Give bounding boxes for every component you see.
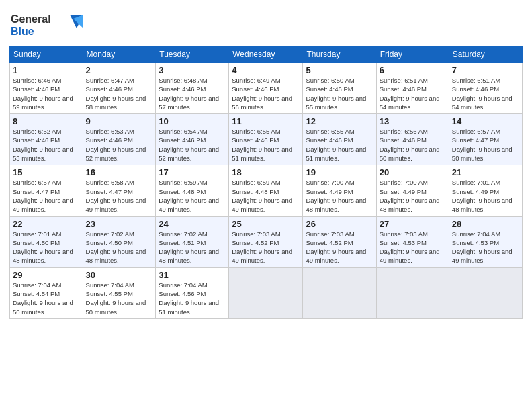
day-detail: Sunrise: 7:04 AMSunset: 4:56 PMDaylight:…	[159, 281, 226, 316]
day-detail: Sunrise: 6:57 AMSunset: 4:47 PMDaylight:…	[452, 127, 519, 163]
calendar-container: General Blue SundayMondayTuesdayWednesda…	[0, 0, 532, 326]
weekday-header-friday: Friday	[376, 46, 449, 63]
day-detail: Sunrise: 6:56 AMSunset: 4:46 PMDaylight:…	[380, 127, 446, 163]
day-number: 20	[380, 167, 446, 177]
day-detail: Sunrise: 7:03 AMSunset: 4:53 PMDaylight:…	[380, 230, 446, 265]
day-number: 6	[380, 65, 446, 75]
day-number: 18	[232, 167, 300, 177]
day-detail: Sunrise: 6:58 AMSunset: 4:47 PMDaylight:…	[86, 178, 153, 214]
weekday-header-tuesday: Tuesday	[156, 46, 229, 63]
calendar-cell	[229, 267, 303, 318]
day-number: 13	[380, 116, 446, 126]
day-detail: Sunrise: 7:03 AMSunset: 4:52 PMDaylight:…	[306, 230, 373, 265]
day-number: 16	[86, 167, 153, 177]
calendar-cell: 17Sunrise: 6:59 AMSunset: 4:48 PMDayligh…	[156, 165, 229, 216]
day-number: 8	[13, 116, 80, 126]
day-detail: Sunrise: 7:02 AMSunset: 4:51 PMDaylight:…	[159, 230, 226, 265]
day-detail: Sunrise: 6:48 AMSunset: 4:46 PMDaylight:…	[159, 76, 226, 111]
calendar-cell: 1Sunrise: 6:46 AMSunset: 4:46 PMDaylight…	[10, 63, 83, 114]
header: General Blue	[9, 7, 523, 40]
day-number: 5	[306, 65, 373, 75]
day-detail: Sunrise: 6:52 AMSunset: 4:46 PMDaylight:…	[13, 127, 80, 163]
day-number: 17	[159, 167, 226, 177]
calendar-cell: 27Sunrise: 7:03 AMSunset: 4:53 PMDayligh…	[376, 216, 449, 267]
calendar-table: SundayMondayTuesdayWednesdayThursdayFrid…	[9, 46, 523, 319]
calendar-cell: 10Sunrise: 6:54 AMSunset: 4:46 PMDayligh…	[156, 114, 229, 165]
day-detail: Sunrise: 6:51 AMSunset: 4:46 PMDaylight:…	[452, 76, 519, 111]
day-detail: Sunrise: 7:01 AMSunset: 4:50 PMDaylight:…	[13, 230, 80, 265]
calendar-cell: 20Sunrise: 7:00 AMSunset: 4:49 PMDayligh…	[376, 165, 449, 216]
logo: General Blue	[9, 9, 83, 40]
day-detail: Sunrise: 7:01 AMSunset: 4:49 PMDaylight:…	[452, 178, 519, 214]
calendar-cell: 16Sunrise: 6:58 AMSunset: 4:47 PMDayligh…	[83, 165, 156, 216]
calendar-cell: 6Sunrise: 6:51 AMSunset: 4:46 PMDaylight…	[376, 63, 449, 114]
day-detail: Sunrise: 6:57 AMSunset: 4:47 PMDaylight:…	[13, 178, 80, 214]
logo-text: General Blue	[9, 9, 83, 40]
calendar-cell	[303, 267, 376, 318]
day-detail: Sunrise: 6:55 AMSunset: 4:46 PMDaylight:…	[306, 127, 373, 163]
calendar-cell: 9Sunrise: 6:53 AMSunset: 4:46 PMDaylight…	[83, 114, 156, 165]
calendar-cell: 18Sunrise: 6:59 AMSunset: 4:48 PMDayligh…	[229, 165, 303, 216]
calendar-cell: 24Sunrise: 7:02 AMSunset: 4:51 PMDayligh…	[156, 216, 229, 267]
day-number: 24	[159, 219, 226, 229]
day-detail: Sunrise: 6:59 AMSunset: 4:48 PMDaylight:…	[159, 178, 226, 214]
calendar-cell: 8Sunrise: 6:52 AMSunset: 4:46 PMDaylight…	[10, 114, 83, 165]
day-detail: Sunrise: 6:49 AMSunset: 4:46 PMDaylight:…	[232, 76, 300, 111]
day-number: 3	[159, 65, 226, 75]
day-number: 1	[13, 65, 80, 75]
day-number: 27	[380, 219, 446, 229]
weekday-header-saturday: Saturday	[449, 46, 522, 63]
calendar-cell: 30Sunrise: 7:04 AMSunset: 4:55 PMDayligh…	[83, 267, 156, 318]
day-detail: Sunrise: 7:04 AMSunset: 4:53 PMDaylight:…	[452, 230, 519, 265]
day-detail: Sunrise: 6:50 AMSunset: 4:46 PMDaylight:…	[306, 76, 373, 111]
calendar-cell: 26Sunrise: 7:03 AMSunset: 4:52 PMDayligh…	[303, 216, 376, 267]
day-number: 21	[452, 167, 519, 177]
calendar-cell: 31Sunrise: 7:04 AMSunset: 4:56 PMDayligh…	[156, 267, 229, 318]
calendar-cell: 29Sunrise: 7:04 AMSunset: 4:54 PMDayligh…	[10, 267, 83, 318]
day-number: 14	[452, 116, 519, 126]
day-detail: Sunrise: 7:04 AMSunset: 4:54 PMDaylight:…	[13, 281, 80, 316]
calendar-cell: 14Sunrise: 6:57 AMSunset: 4:47 PMDayligh…	[449, 114, 522, 165]
day-number: 25	[232, 219, 300, 229]
day-number: 7	[452, 65, 519, 75]
day-detail: Sunrise: 6:47 AMSunset: 4:46 PMDaylight:…	[86, 76, 153, 111]
calendar-cell	[449, 267, 522, 318]
day-detail: Sunrise: 7:00 AMSunset: 4:49 PMDaylight:…	[380, 178, 446, 214]
day-number: 23	[86, 219, 153, 229]
svg-text:Blue: Blue	[11, 26, 34, 37]
day-detail: Sunrise: 6:51 AMSunset: 4:46 PMDaylight:…	[380, 76, 446, 111]
calendar-cell: 22Sunrise: 7:01 AMSunset: 4:50 PMDayligh…	[10, 216, 83, 267]
day-number: 29	[13, 270, 80, 280]
day-number: 30	[86, 270, 153, 280]
calendar-cell: 13Sunrise: 6:56 AMSunset: 4:46 PMDayligh…	[376, 114, 449, 165]
calendar-cell: 15Sunrise: 6:57 AMSunset: 4:47 PMDayligh…	[10, 165, 83, 216]
day-number: 2	[86, 65, 153, 75]
calendar-cell: 5Sunrise: 6:50 AMSunset: 4:46 PMDaylight…	[303, 63, 376, 114]
weekday-header-sunday: Sunday	[10, 46, 83, 63]
day-number: 28	[452, 219, 519, 229]
weekday-header-wednesday: Wednesday	[229, 46, 303, 63]
day-number: 19	[306, 167, 373, 177]
calendar-cell: 19Sunrise: 7:00 AMSunset: 4:49 PMDayligh…	[303, 165, 376, 216]
day-number: 11	[232, 116, 300, 126]
day-detail: Sunrise: 6:55 AMSunset: 4:46 PMDaylight:…	[232, 127, 300, 163]
day-detail: Sunrise: 7:00 AMSunset: 4:49 PMDaylight:…	[306, 178, 373, 214]
calendar-cell: 2Sunrise: 6:47 AMSunset: 4:46 PMDaylight…	[83, 63, 156, 114]
calendar-cell: 4Sunrise: 6:49 AMSunset: 4:46 PMDaylight…	[229, 63, 303, 114]
day-detail: Sunrise: 7:04 AMSunset: 4:55 PMDaylight:…	[86, 281, 153, 316]
calendar-cell: 28Sunrise: 7:04 AMSunset: 4:53 PMDayligh…	[449, 216, 522, 267]
calendar-cell: 23Sunrise: 7:02 AMSunset: 4:50 PMDayligh…	[83, 216, 156, 267]
calendar-cell: 11Sunrise: 6:55 AMSunset: 4:46 PMDayligh…	[229, 114, 303, 165]
day-number: 22	[13, 219, 80, 229]
day-number: 12	[306, 116, 373, 126]
day-number: 26	[306, 219, 373, 229]
weekday-header-thursday: Thursday	[303, 46, 376, 63]
day-detail: Sunrise: 6:59 AMSunset: 4:48 PMDaylight:…	[232, 178, 300, 214]
day-detail: Sunrise: 7:03 AMSunset: 4:52 PMDaylight:…	[232, 230, 300, 265]
calendar-cell: 3Sunrise: 6:48 AMSunset: 4:46 PMDaylight…	[156, 63, 229, 114]
calendar-cell	[376, 267, 449, 318]
day-number: 31	[159, 270, 226, 280]
day-detail: Sunrise: 6:54 AMSunset: 4:46 PMDaylight:…	[159, 127, 226, 163]
svg-text:General: General	[11, 13, 51, 25]
day-number: 4	[232, 65, 300, 75]
